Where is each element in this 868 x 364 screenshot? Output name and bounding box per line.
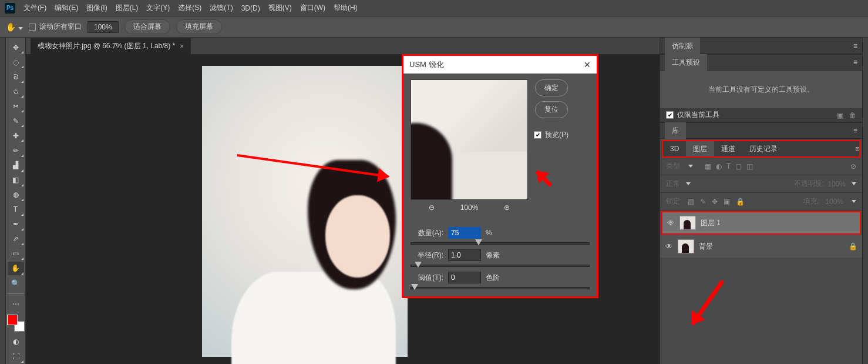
amount-input[interactable]: 75 — [448, 227, 481, 239]
opacity-value[interactable]: 100% — [827, 180, 846, 188]
fit-screen-button[interactable]: 适合屏幕 — [125, 19, 170, 34]
fill-screen-button[interactable]: 填充屏幕 — [176, 19, 222, 34]
filter-smart-icon[interactable]: ◫ — [746, 162, 753, 171]
shape-tool[interactable]: ▭ — [8, 247, 24, 261]
filter-pixel-icon[interactable]: ▦ — [705, 162, 711, 171]
pen-tool[interactable]: ✒ — [8, 218, 24, 231]
reset-button[interactable]: 复位 — [535, 101, 568, 118]
path-select-tool[interactable]: ⬀ — [8, 232, 24, 246]
ok-button[interactable]: 确定 — [535, 79, 568, 96]
layer-thumbnail[interactable] — [678, 239, 694, 253]
menu-view[interactable]: 视图(V) — [268, 3, 292, 13]
close-tab-icon[interactable]: × — [180, 42, 184, 51]
layer-row[interactable]: 👁 背景 🔒 — [660, 235, 862, 258]
threshold-slider[interactable] — [411, 287, 590, 289]
filter-shape-icon[interactable]: ▢ — [735, 162, 742, 171]
panel-menu-icon[interactable]: ≡ — [855, 145, 859, 153]
quick-mask-toggle[interactable]: ◐ — [8, 335, 24, 349]
panel-menu-icon[interactable]: ≡ — [853, 42, 857, 50]
collapsed-panel-strip-right[interactable] — [862, 38, 868, 364]
dialog-close-icon[interactable]: ✕ — [584, 60, 591, 69]
only-current-checkbox[interactable]: ✔ — [666, 111, 674, 119]
tab-history[interactable]: 历史记录 — [742, 141, 785, 156]
tab-channels[interactable]: 通道 — [714, 141, 742, 156]
tab-3d[interactable]: 3D — [663, 141, 686, 156]
filter-kind-label[interactable]: 类型 — [666, 161, 680, 171]
blend-mode[interactable]: 正常 — [666, 179, 680, 189]
eraser-tool[interactable]: ◧ — [8, 173, 24, 187]
library-panel-header[interactable]: 库 ≡ — [660, 122, 862, 139]
preview-checkbox[interactable]: ✔ — [534, 131, 541, 139]
menu-select[interactable]: 选择(S) — [178, 3, 201, 13]
zoom-level-box[interactable]: 100% — [88, 21, 119, 33]
gradient-tool[interactable]: ◍ — [8, 188, 24, 202]
screen-mode[interactable]: ⛶ — [8, 350, 24, 363]
scroll-all-windows[interactable]: 滚动所有窗口 — [29, 22, 82, 32]
usm-sharpen-dialog: USM 锐化 ✕ ⊖ 100% ⊕ — [402, 54, 598, 298]
lock-paint-icon[interactable]: ✎ — [700, 198, 706, 206]
panel-menu-icon[interactable]: ≡ — [853, 58, 857, 66]
layer-thumbnail[interactable] — [679, 216, 696, 230]
crop-tool[interactable]: ✂ — [8, 99, 24, 113]
dialog-preview[interactable] — [411, 79, 528, 200]
fill-value[interactable]: 100% — [825, 198, 843, 206]
canvas[interactable]: USM 锐化 ✕ ⊖ 100% ⊕ — [26, 54, 660, 364]
lock-pos-icon[interactable]: ✥ — [712, 198, 718, 206]
move-tool[interactable]: ✥ — [8, 41, 24, 54]
menu-filter[interactable]: 滤镜(T) — [210, 3, 233, 13]
layer-name[interactable]: 图层 1 — [701, 218, 721, 228]
stamp-tool[interactable]: ▟ — [8, 159, 24, 172]
menu-edit[interactable]: 编辑(E) — [55, 3, 78, 13]
lock-trans-icon[interactable]: ▨ — [688, 198, 694, 206]
preview-toggle[interactable]: ✔ 预览(P) — [534, 130, 568, 140]
scroll-all-checkbox[interactable] — [29, 24, 36, 31]
visibility-icon[interactable]: 👁 — [665, 242, 673, 251]
menu-image[interactable]: 图像(I) — [86, 3, 107, 13]
threshold-input[interactable]: 0 — [448, 272, 481, 283]
delete-preset-icon[interactable]: 🗑 — [849, 111, 856, 119]
layer-name[interactable]: 背景 — [699, 242, 713, 252]
eyedropper-tool[interactable]: ✎ — [8, 114, 24, 128]
menu-type[interactable]: 文字(Y) — [146, 3, 170, 13]
dialog-titlebar[interactable]: USM 锐化 ✕ — [403, 56, 597, 74]
lock-all-icon[interactable]: 🔒 — [736, 198, 745, 206]
hand-tool[interactable]: ✋ — [8, 262, 24, 275]
collapsed-panel-strip-left[interactable] — [0, 38, 6, 364]
filter-toggle[interactable]: ⊘ — [850, 162, 856, 171]
tool-presets-panel-header[interactable]: 工具预设 ≡ — [660, 54, 862, 71]
clone-source-panel-header[interactable]: 仿制源 ≡ — [660, 38, 862, 54]
type-tool[interactable]: T — [8, 203, 24, 216]
new-preset-icon[interactable]: ▣ — [837, 111, 843, 119]
clone-source-tab[interactable]: 仿制源 — [665, 38, 700, 55]
filter-adjust-icon[interactable]: ◐ — [716, 162, 722, 171]
zoom-in-icon[interactable]: ⊕ — [504, 203, 510, 212]
filter-type-icon[interactable]: T — [726, 162, 731, 171]
marquee-tool[interactable]: ◌ — [8, 55, 24, 69]
document-tab[interactable]: 模糊女神照片.jpg @ 66.7% (图层 1, Lab/8) * × — [31, 38, 191, 54]
lasso-tool[interactable]: ᘐ — [8, 70, 24, 84]
tab-layers[interactable]: 图层 — [686, 141, 714, 156]
menu-file[interactable]: 文件(F) — [23, 3, 46, 13]
radius-slider[interactable] — [411, 265, 590, 267]
menu-layer[interactable]: 图层(L) — [116, 3, 139, 13]
zoom-tool[interactable]: 🔍 — [8, 276, 24, 290]
quick-select-tool[interactable]: ✩ — [8, 85, 24, 98]
tool-presets-tab[interactable]: 工具预设 — [665, 54, 707, 71]
healing-tool[interactable]: ✚ — [8, 129, 24, 142]
amount-slider[interactable] — [411, 242, 590, 245]
layer-row[interactable]: 👁 图层 1 — [662, 212, 860, 234]
brush-tool[interactable]: ✏ — [8, 143, 24, 157]
zoom-out-icon[interactable]: ⊖ — [429, 203, 435, 212]
foreground-color[interactable] — [7, 315, 18, 325]
menu-3d[interactable]: 3D(D) — [241, 4, 260, 12]
radius-input[interactable]: 1.0 — [448, 249, 481, 261]
visibility-icon[interactable]: 👁 — [667, 219, 675, 227]
menu-help[interactable]: 帮助(H) — [334, 3, 358, 13]
menu-window[interactable]: 窗口(W) — [300, 3, 325, 13]
color-swatches[interactable] — [7, 315, 25, 332]
edit-toolbar[interactable]: ⋯ — [8, 297, 24, 310]
hand-tool-icon[interactable]: ✋ — [6, 22, 23, 32]
library-tab[interactable]: 库 — [665, 122, 686, 139]
lock-artboard-icon[interactable]: ▣ — [724, 198, 730, 206]
panel-menu-icon[interactable]: ≡ — [853, 126, 857, 135]
